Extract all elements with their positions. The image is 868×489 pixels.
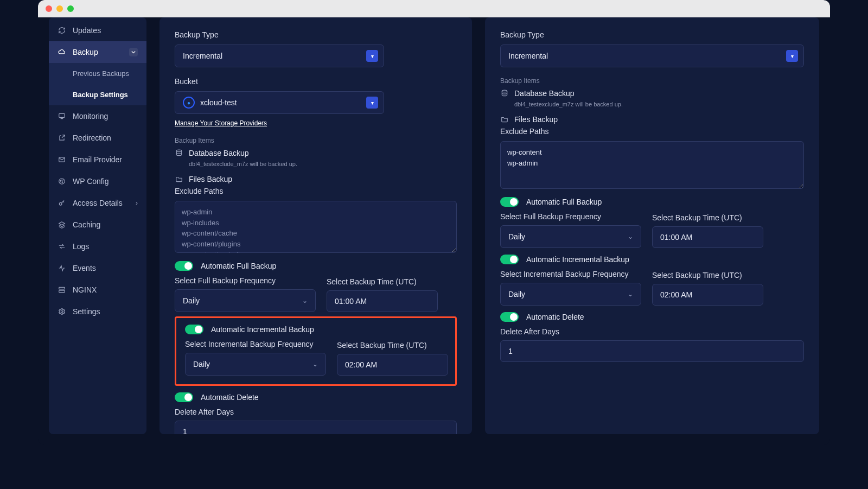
svg-rect-5 [59,290,65,293]
sidebar-item-events[interactable]: Events [49,257,146,279]
full-backup-time-label: Select Backup Time (UTC) [327,277,438,286]
mail-icon [58,155,66,164]
incremental-backup-time-label: Select Backup Time (UTC) [652,271,763,280]
window-zoom-icon[interactable] [67,5,74,12]
delete-after-days-input[interactable] [175,421,457,434]
full-frequency-label: Select Full Backup Frequency [175,276,316,285]
svg-point-7 [176,150,181,152]
sidebar-item-backup[interactable]: Backup [49,41,146,63]
automatic-incremental-backup-toggle[interactable] [500,255,519,264]
bucket-select[interactable]: ● xcloud-test ▾ [175,91,384,114]
sidebar-item-redirection[interactable]: Redirection [49,127,146,149]
delete-after-days-input[interactable] [500,340,804,362]
chevron-right-icon: › [136,199,138,207]
sidebar-item-label: Backup [73,48,98,56]
automatic-delete-label: Automatic Delete [526,313,584,321]
full-frequency-label: Select Full Backup Frequency [500,212,641,221]
activity-icon [58,264,66,272]
sidebar-item-label: Caching [73,220,100,229]
highlighted-incremental-section: Automatic Incremental Backup Select Incr… [175,316,457,386]
bucket-label: Bucket [175,77,457,86]
full-frequency-value: Daily [183,296,200,305]
backup-type-value: Incremental [508,52,548,60]
automatic-delete-toggle[interactable] [500,312,519,322]
incremental-frequency-select[interactable]: Daily ⌄ [500,283,641,306]
svg-rect-0 [59,113,65,117]
folder-icon [175,175,183,183]
sidebar-item-label: Access Details [73,199,123,207]
backup-type-select[interactable]: Incremental ▾ [175,45,384,67]
svg-point-8 [502,90,507,92]
manage-storage-link[interactable]: Manage Your Storage Providers [175,119,267,127]
incremental-frequency-value: Daily [193,360,210,369]
incremental-frequency-label: Select Incremental Backup Frequency [185,340,326,348]
full-backup-time-input[interactable] [327,290,438,312]
automatic-full-backup-toggle[interactable] [500,197,519,207]
automatic-delete-toggle[interactable] [175,392,193,402]
sidebar-item-label: NGINX [73,285,97,294]
database-backup-label: Database Backup [189,149,249,157]
backup-type-select[interactable]: Incremental ▾ [500,45,804,67]
exclude-paths-textarea[interactable] [175,201,457,253]
chevron-down-icon: ⌄ [628,233,633,240]
wordpress-icon [58,177,66,186]
svg-point-3 [59,202,62,205]
automatic-incremental-backup-label: Automatic Incremental Backup [526,255,629,264]
automatic-full-backup-label: Automatic Full Backup [526,198,602,206]
sidebar-item-updates[interactable]: Updates [49,20,146,41]
sidebar-item-caching[interactable]: Caching [49,214,146,236]
key-icon [58,199,66,207]
titlebar [38,0,830,18]
window-minimize-icon[interactable] [56,5,63,12]
backup-type-value: Incremental [183,52,222,60]
automatic-full-backup-label: Automatic Full Backup [201,262,276,270]
delete-after-days-label: Delete After Days [500,327,804,336]
incremental-frequency-value: Daily [508,290,525,299]
automatic-delete-label: Automatic Delete [201,393,259,402]
sidebar-item-monitoring[interactable]: Monitoring [49,105,146,127]
sidebar-item-access-details[interactable]: Access Details › [49,192,146,214]
database-icon [175,149,183,157]
refresh-icon [58,26,66,35]
sidebar-item-label: Settings [73,307,100,316]
sidebar-sub-previous-backups[interactable]: Previous Backups [49,63,146,84]
chevron-down-icon [129,48,138,56]
full-frequency-select[interactable]: Daily ⌄ [500,225,641,248]
provider-icon: ● [183,97,195,109]
sidebar-item-email-provider[interactable]: Email Provider [49,149,146,170]
incremental-frequency-select[interactable]: Daily ⌄ [185,353,326,376]
chevron-down-icon: ⌄ [302,297,308,304]
database-icon [500,89,509,98]
full-frequency-select[interactable]: Daily ⌄ [175,289,316,312]
svg-point-6 [61,310,63,313]
sidebar-sub-backup-settings[interactable]: Backup Settings [49,84,146,105]
sidebar-item-wp-config[interactable]: WP Config [49,170,146,192]
full-backup-time-input[interactable] [652,226,763,248]
sidebar-item-nginx[interactable]: NGINX [49,279,146,301]
exclude-paths-label: Exclude Paths [175,187,457,195]
files-backup-item: Files Backup [500,115,804,124]
window-close-icon[interactable] [46,5,52,12]
files-backup-item: Files Backup [175,175,457,183]
incremental-backup-time-input[interactable] [337,354,448,376]
files-backup-label: Files Backup [514,115,558,124]
automatic-full-backup-toggle[interactable] [175,261,193,271]
database-backup-label: Database Backup [514,89,575,98]
exclude-paths-textarea[interactable] [500,141,804,189]
database-backup-item: Database Backup [500,89,804,98]
chevron-down-icon: ▾ [366,97,378,109]
database-backup-item: Database Backup [175,149,457,157]
svg-point-2 [59,179,65,185]
database-backup-note: dbl4_testexclude_m7z will be backed up. [514,101,804,107]
incremental-backup-time-input[interactable] [652,284,763,306]
sidebar-item-settings[interactable]: Settings [49,301,146,322]
sidebar-item-label: Logs [73,242,89,251]
backup-items-heading: Backup Items [175,137,457,144]
automatic-incremental-backup-toggle[interactable] [185,325,203,334]
sidebar-item-logs[interactable]: Logs [49,236,146,257]
incremental-frequency-label: Select Incremental Backup Frequency [500,270,641,278]
external-link-icon [58,134,66,142]
swap-icon [58,242,66,251]
chevron-down-icon: ⌄ [628,290,633,298]
svg-rect-4 [59,287,65,289]
